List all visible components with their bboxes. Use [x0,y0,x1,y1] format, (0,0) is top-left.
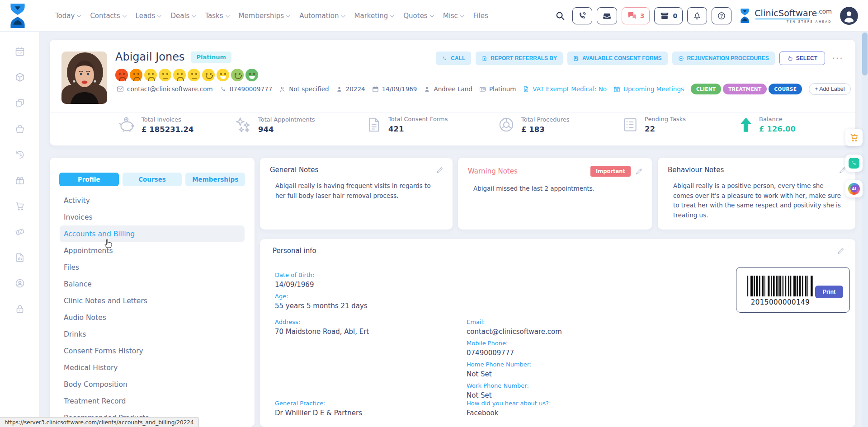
nav-item-label: Tasks [205,12,223,20]
vat-exempt-link[interactable]: VAT Exempt Medical: No [523,85,607,93]
personal-info-card: Personal info Date of Birth:14/09/1969Ag… [260,239,855,427]
stat-total-consent-forms: Total Consent Forms421 [365,116,448,133]
client-tier: Platinum [479,85,516,93]
stat-pending-tasks: Pending Tasks22 [622,116,686,133]
satisfaction-emoji[interactable] [188,69,200,81]
voucher-icon[interactable] [14,226,25,237]
floating-cart-button[interactable] [845,129,863,146]
select-button[interactable]: SELECT [779,52,825,65]
scrollbar-thumb[interactable] [862,33,868,75]
app-logo-icon[interactable] [7,3,28,28]
client-menu-item[interactable]: Medical History [60,359,245,376]
piggy-bank-icon [118,116,136,134]
inbox-button[interactable] [597,7,617,24]
client-menu-item[interactable]: Invoices [60,209,245,225]
client-photo[interactable] [61,52,107,104]
nav-item[interactable]: Today [55,12,80,20]
divider [50,113,855,113]
floating-call-button[interactable] [845,155,863,172]
vat-document-icon [523,86,529,93]
history-icon[interactable] [14,149,25,160]
nav-item[interactable]: Deals [170,12,195,20]
rejuvenation-procedures-button[interactable]: REJUVENATION PROCEDURES [672,52,775,65]
lock-icon[interactable] [14,304,25,314]
tab[interactable]: Courses [123,173,182,186]
person-icon [279,86,286,93]
client-menu-item[interactable]: Audio Notes [60,309,245,326]
print-barcode-button[interactable]: Print [815,286,843,298]
nav-item[interactable]: Contacts [90,12,126,20]
search-icon[interactable] [555,11,565,21]
satisfaction-emoji[interactable] [231,69,244,81]
brand-underline [755,19,810,19]
duplicate-icon[interactable] [14,98,25,108]
nav-item[interactable]: Leads [136,12,161,20]
nav-item[interactable]: Misc [443,12,464,20]
label-pill[interactable]: TREATMENT [723,84,767,94]
satisfaction-emoji[interactable] [217,69,229,81]
shop-button[interactable]: 0 [654,7,683,24]
tab[interactable]: Memberships [185,173,245,186]
satisfaction-emoji[interactable] [173,69,186,81]
more-actions-button[interactable]: ••• [832,56,844,61]
gift-icon[interactable] [14,175,25,186]
client-menu-item[interactable]: Body Composition [60,376,245,393]
user-avatar[interactable] [840,7,858,25]
edit-icon[interactable] [837,247,844,255]
available-consent-forms-button[interactable]: AVAILABLE CONSENT FORMS [567,52,668,65]
satisfaction-emoji[interactable] [159,69,171,81]
client-menu-item[interactable]: Balance [60,276,245,292]
cart-icon[interactable] [14,201,25,211]
reports-icon[interactable] [14,252,25,263]
client-menu-item[interactable]: Activity [60,192,245,209]
satisfaction-emoji[interactable] [144,69,157,81]
tab[interactable]: Profile [59,173,119,186]
client-menu-item[interactable]: Files [60,259,245,276]
notifications-button[interactable] [687,7,707,24]
calendar-icon[interactable]: 12 [14,46,25,57]
chat-messages-button[interactable]: 3 [622,7,650,24]
phone-calls-button[interactable] [572,7,592,24]
client-menu-item[interactable]: Consent Forms History [60,343,245,359]
client-menu-item[interactable]: Clinic Notes and Letters [60,292,245,309]
satisfaction-emoji[interactable] [202,69,215,81]
id-card-icon [479,86,486,93]
nav-item[interactable]: Marketing [354,12,394,20]
nav-item[interactable]: Quotes [403,12,433,20]
client-name: Abigail Jones [115,51,184,63]
edit-icon[interactable] [635,168,643,175]
satisfaction-emoji[interactable] [115,69,128,81]
nav-item-label: Today [55,12,75,20]
label-pill[interactable]: CLIENT [691,84,721,94]
client-menu-item[interactable]: Appointments [60,242,245,259]
satisfaction-emoji[interactable] [245,69,258,81]
nav-item[interactable]: Files [473,12,488,20]
edit-icon[interactable] [436,166,443,174]
label-pill[interactable]: COURSE [769,84,802,94]
nav-item[interactable]: Memberships [239,12,290,20]
basket-icon[interactable] [14,123,25,134]
client-phone[interactable]: 07490009777 [220,85,272,93]
client-menu-item[interactable]: Treatment Record [60,393,245,409]
clinicsoftware-brand-logo[interactable]: ClinicSoftware.com TEN STEPS AHEAD [739,8,832,23]
behaviour-notes-text: Abigail really is a positive person, eve… [658,174,855,220]
report-referrals-button[interactable]: REPORT REFERRALS BY [476,52,563,65]
client-menu-item[interactable]: Accounts and Billing [60,225,245,242]
upcoming-meetings-link[interactable]: Upcoming Meetings [613,85,684,93]
sparkles-icon [234,116,252,134]
floating-ai-button[interactable]: AI [845,180,863,197]
scrollbar-track[interactable] [862,32,868,427]
products-cube-icon[interactable] [14,72,25,83]
call-button[interactable]: CALL [436,52,471,65]
help-button[interactable] [712,7,731,24]
client-email[interactable]: contact@clinicsoftware.com [117,85,213,93]
client-menu-item[interactable]: Drinks [60,326,245,343]
account-icon[interactable] [14,278,25,289]
add-label-button[interactable]: + Add Label [809,83,850,95]
nav-item[interactable]: Tasks [205,12,229,20]
nav-item[interactable]: Automation [299,12,344,20]
bell-icon [693,11,702,20]
satisfaction-emoji[interactable] [130,69,142,81]
brand-name: ClinicSoftware [755,8,817,18]
chat-bubbles-icon [627,11,637,21]
